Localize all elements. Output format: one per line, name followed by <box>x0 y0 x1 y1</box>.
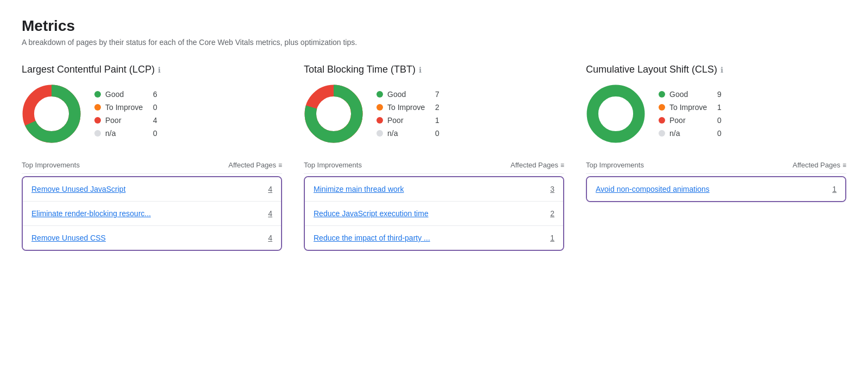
legend-item: Good 7 <box>376 90 439 99</box>
page-title: Metrics <box>22 17 846 35</box>
improvement-count: 1 <box>550 234 554 242</box>
cls-donut <box>586 84 646 144</box>
table-row[interactable]: Eliminate render-blocking resourc... 4 <box>23 202 281 226</box>
metric-tbt-title: Total Blocking Time (TBT) ℹ <box>304 64 564 75</box>
svg-point-2 <box>39 101 65 127</box>
metric-tbt: Total Blocking Time (TBT) ℹ Good 7 <box>304 64 564 251</box>
cls-filter-icon[interactable]: ≡ <box>843 161 846 169</box>
legend-item: Poor 1 <box>376 116 439 125</box>
improve-dot <box>659 104 665 111</box>
legend-item: Good 6 <box>94 90 157 99</box>
lcp-chart-area: Good 6 To Improve 0 Poor 4 n/a 0 <box>22 84 282 144</box>
lcp-legend: Good 6 To Improve 0 Poor 4 n/a 0 <box>94 90 157 138</box>
good-dot <box>376 91 383 98</box>
improve-dot <box>94 104 101 111</box>
legend-item: To Improve 2 <box>376 103 439 112</box>
table-row[interactable]: Reduce JavaScript execution time 2 <box>305 202 563 226</box>
improvement-count: 1 <box>832 185 837 193</box>
metric-lcp: Largest Contentful Paint (LCP) ℹ Good 6 <box>22 64 282 251</box>
svg-point-9 <box>603 101 629 127</box>
tbt-donut <box>304 84 363 144</box>
legend-item: Poor 0 <box>659 116 722 125</box>
poor-dot <box>376 117 383 124</box>
tbt-top-improvements-label: Top Improvements <box>304 161 362 169</box>
table-row[interactable]: Remove Unused JavaScript 4 <box>23 177 281 202</box>
lcp-filter-icon[interactable]: ≡ <box>278 161 282 169</box>
lcp-table-header: Top Improvements Affected Pages ≡ <box>22 157 282 174</box>
improvement-label[interactable]: Reduce JavaScript execution time <box>314 209 429 218</box>
metrics-grid: Largest Contentful Paint (LCP) ℹ Good 6 <box>22 64 846 251</box>
tbt-info-icon[interactable]: ℹ <box>419 66 422 74</box>
metric-cls-title: Cumulative Layout Shift (CLS) ℹ <box>586 64 846 75</box>
cls-affected-pages-header[interactable]: Affected Pages ≡ <box>793 161 846 169</box>
good-dot <box>659 91 665 98</box>
page-subtitle: A breakdown of pages by their status for… <box>22 38 846 47</box>
table-row[interactable]: Minimize main thread work 3 <box>305 177 563 202</box>
lcp-affected-pages-header[interactable]: Affected Pages ≡ <box>228 161 282 169</box>
tbt-chart-area: Good 7 To Improve 2 Poor 1 n/a 0 <box>304 84 564 144</box>
lcp-donut <box>22 84 81 144</box>
improvement-count: 4 <box>268 185 272 193</box>
improvement-label[interactable]: Eliminate render-blocking resourc... <box>31 209 151 218</box>
svg-point-6 <box>321 101 347 127</box>
improvement-label[interactable]: Remove Unused JavaScript <box>31 185 126 193</box>
table-row[interactable]: Reduce the impact of third-party ... 1 <box>305 226 563 250</box>
metric-cls: Cumulative Layout Shift (CLS) ℹ Good 9 <box>586 64 846 251</box>
lcp-top-improvements-label: Top Improvements <box>22 161 80 169</box>
tbt-table-header: Top Improvements Affected Pages ≡ <box>304 157 564 174</box>
tbt-legend: Good 7 To Improve 2 Poor 1 n/a 0 <box>376 90 439 138</box>
poor-dot <box>659 117 665 124</box>
cls-info-icon[interactable]: ℹ <box>720 66 723 74</box>
lcp-improvements-table: Remove Unused JavaScript 4 Eliminate ren… <box>22 176 282 251</box>
improvement-count: 3 <box>550 185 554 193</box>
na-dot <box>376 130 383 137</box>
cls-chart-area: Good 9 To Improve 1 Poor 0 n/a 0 <box>586 84 846 144</box>
lcp-info-icon[interactable]: ℹ <box>158 66 161 74</box>
good-dot <box>94 91 101 98</box>
improvement-count: 2 <box>550 209 554 218</box>
improvement-label[interactable]: Minimize main thread work <box>314 185 404 193</box>
improve-dot <box>376 104 383 111</box>
legend-item: To Improve 1 <box>659 103 722 112</box>
legend-item: Good 9 <box>659 90 722 99</box>
metric-lcp-title: Largest Contentful Paint (LCP) ℹ <box>22 64 282 75</box>
improvement-count: 4 <box>268 209 272 218</box>
improvement-label[interactable]: Remove Unused CSS <box>31 234 106 242</box>
tbt-affected-pages-header[interactable]: Affected Pages ≡ <box>510 161 564 169</box>
improvement-count: 4 <box>268 234 272 242</box>
improvement-label[interactable]: Reduce the impact of third-party ... <box>314 234 430 242</box>
cls-top-improvements-label: Top Improvements <box>586 161 644 169</box>
na-dot <box>94 130 101 137</box>
legend-item: Poor 4 <box>94 116 157 125</box>
legend-item: n/a 0 <box>376 129 439 138</box>
table-row[interactable]: Remove Unused CSS 4 <box>23 226 281 250</box>
na-dot <box>659 130 665 137</box>
tbt-filter-icon[interactable]: ≡ <box>560 161 564 169</box>
cls-legend: Good 9 To Improve 1 Poor 0 n/a 0 <box>659 90 722 138</box>
table-row[interactable]: Avoid non-composited animations 1 <box>587 177 845 201</box>
tbt-improvements-table: Minimize main thread work 3 Reduce JavaS… <box>304 176 564 251</box>
poor-dot <box>94 117 101 124</box>
legend-item: n/a 0 <box>659 129 722 138</box>
cls-table-header: Top Improvements Affected Pages ≡ <box>586 157 846 174</box>
legend-item: n/a 0 <box>94 129 157 138</box>
legend-item: To Improve 0 <box>94 103 157 112</box>
cls-improvements-table: Avoid non-composited animations 1 <box>586 176 846 202</box>
improvement-label[interactable]: Avoid non-composited animations <box>596 185 710 193</box>
